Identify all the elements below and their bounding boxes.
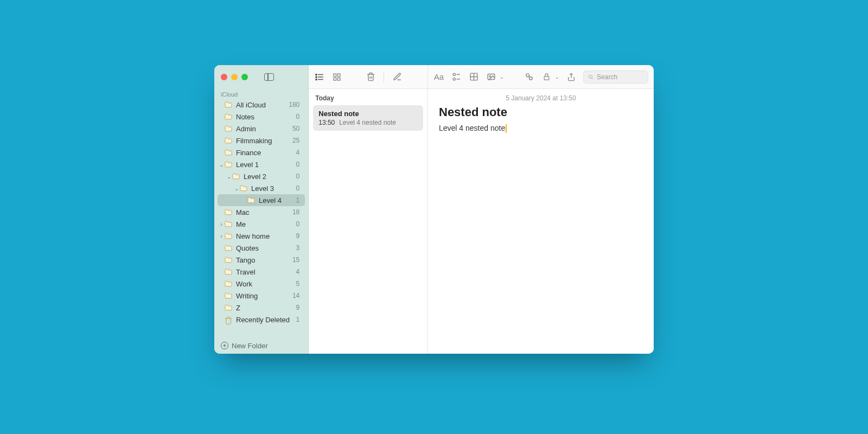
folder-count: 4 [296,149,300,156]
folder-name: Notes [236,113,254,121]
folder-name: Filmmaking [236,137,272,145]
list-view-icon[interactable] [314,72,325,82]
sidebar-folder-tango[interactable]: Tango15 [218,254,305,266]
search-icon [588,74,593,80]
chevron-down-icon[interactable]: ⌄ [500,74,504,80]
folder-name: Level 3 [251,184,274,193]
folder-name: Level 2 [244,173,266,181]
media-icon[interactable] [486,72,496,82]
folder-count: 1 [296,196,300,204]
sidebar-folder-level-1[interactable]: ⌄Level 10 [218,158,305,170]
folder-count: 1 [296,316,300,323]
sidebar-folder-notes[interactable]: Notes0 [218,111,305,123]
folder-name: All iCloud [236,101,266,109]
folder-icon [224,101,233,108]
sidebar-folder-z[interactable]: Z9 [218,302,305,314]
folder-name: Admin [236,125,256,133]
folder-name: Level 1 [236,161,259,169]
sidebar-folder-mac[interactable]: Mac18 [218,206,305,218]
folder-name: Recently Deleted [236,316,290,324]
sidebar-folder-level-2[interactable]: ⌄Level 20 [218,170,305,182]
sidebar-folder-travel[interactable]: Travel4 [218,266,305,278]
folder-count: 0 [296,161,300,168]
editor-body[interactable]: 5 January 2024 at 13:50 Nested note Leve… [428,89,654,354]
svg-point-12 [453,78,455,80]
note-card-time: 13:50 [318,119,335,126]
chevron-right-icon[interactable]: › [219,221,224,227]
trash-icon [224,316,233,323]
minimize-window-button[interactable] [231,74,238,80]
new-folder-label: New Folder [232,342,267,350]
lock-icon[interactable] [541,72,552,82]
sidebar-folder-new-home[interactable]: ›New home9 [218,230,305,242]
sidebar-folder-recently-deleted[interactable]: Recently Deleted1 [218,314,305,326]
toolbar-separator [384,72,384,82]
plus-circle-icon [221,342,228,349]
chevron-down-icon[interactable]: ⌄ [234,186,239,192]
note-body[interactable]: Level 4 nested note [439,124,643,133]
window-controls [221,74,248,80]
search-input[interactable] [597,73,643,81]
folder-icon [232,173,240,180]
sidebar-folder-admin[interactable]: Admin50 [218,123,305,135]
app-window: iCloud All iCloud180Notes0Admin50Filmmak… [214,65,654,354]
svg-point-18 [489,75,490,77]
chevron-down-icon[interactable]: ⌄ [219,162,224,168]
sidebar-folder-me[interactable]: ›Me0 [218,218,305,230]
svg-rect-6 [334,74,336,76]
folder-name: Mac [236,208,250,216]
chevron-down-icon[interactable]: ⌄ [226,174,232,180]
chevron-right-icon[interactable]: › [219,233,224,239]
sidebar-folder-quotes[interactable]: Quotes3 [218,242,305,254]
toggle-sidebar-icon[interactable] [264,73,274,81]
sidebar-folder-writing[interactable]: Writing14 [218,290,305,302]
folder-icon [224,269,233,275]
svg-line-25 [592,78,593,79]
titlebar [214,65,308,89]
fullscreen-window-button[interactable] [241,74,248,80]
svg-point-5 [316,79,317,80]
share-icon[interactable] [566,72,577,82]
notes-list-body: Today Nested note 13:50 Level 4 nested n… [309,89,427,354]
notes-list-pane: Today Nested note 13:50 Level 4 nested n… [309,65,428,354]
checklist-icon[interactable] [451,72,462,82]
new-note-icon[interactable] [392,72,403,82]
note-title[interactable]: Nested note [439,105,643,119]
folder-icon [224,257,233,263]
format-text-icon[interactable]: Aa [433,72,444,82]
folder-count: 25 [292,137,299,144]
search-field[interactable] [583,71,648,84]
sidebar-folder-level-4[interactable]: Level 41 [218,194,305,206]
svg-point-19 [526,74,529,77]
folder-count: 50 [292,125,299,132]
text-cursor [506,124,507,133]
folder-count: 0 [296,220,300,228]
new-folder-button[interactable]: New Folder [214,337,308,354]
notes-list-section: Today [313,92,423,105]
link-note-icon[interactable] [524,72,534,82]
folder-count: 9 [296,304,300,311]
note-card[interactable]: Nested note 13:50 Level 4 nested note [313,105,423,131]
note-card-preview: Level 4 nested note [339,119,396,126]
sidebar-folder-filmmaking[interactable]: Filmmaking25 [218,135,305,146]
svg-point-4 [316,76,317,77]
folder-count: 0 [296,113,300,120]
folder-name: New home [236,232,270,240]
chevron-down-icon[interactable]: ⌄ [555,74,559,80]
sidebar-folder-level-3[interactable]: ⌄Level 30 [218,182,305,194]
sidebar-folder-all-icloud[interactable]: All iCloud180 [218,99,305,111]
sidebar-folder-finance[interactable]: Finance4 [218,146,305,158]
folder-count: 5 [296,280,300,288]
folder-name: Work [236,280,252,288]
gallery-view-icon[interactable] [331,72,342,82]
folder-icon [224,245,233,251]
folder-count: 14 [292,292,299,299]
sidebar-folder-work[interactable]: Work5 [218,278,305,290]
close-window-button[interactable] [221,74,227,80]
table-icon[interactable] [468,72,479,82]
toolbar-right: Aa ⌄ ⌄ [428,65,654,89]
svg-rect-8 [334,78,336,80]
folder-icon [224,292,233,299]
folder-icon [224,221,233,227]
delete-note-icon[interactable] [365,72,376,82]
